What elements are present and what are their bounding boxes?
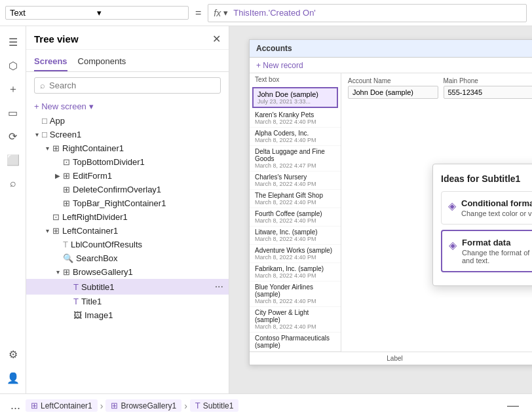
list-item[interactable]: The Elephant Gift ShopMarch 8, 2022 4:40… [250, 190, 341, 208]
idea-card-format[interactable]: ◈ Format data Change the format of dates… [441, 230, 532, 272]
property-select[interactable]: Text ▾ [5, 6, 189, 20]
property-select-value: Text [10, 8, 97, 18]
item-label-topbar-rightcontainer1: TopBar_RightContainer1 [73, 198, 229, 208]
list-item[interactable]: Delta Luggage and Fine GoodsMarch 8, 202… [250, 146, 341, 172]
tree-item-deleteconfirmoverlay1[interactable]: ⊞ DeleteConfirmOverlay1 [26, 183, 229, 196]
tree-item-topbottomdivider1[interactable]: ⊡ TopBottomDivider1 [26, 155, 229, 169]
account-name-value: John Doe (sample) [348, 86, 438, 99]
hamburger-icon[interactable]: ☰ [3, 31, 24, 52]
list-item[interactable]: Adventure Works (sample)March 8, 2022 4:… [250, 245, 341, 263]
list-item[interactable]: Charles's NurseryMarch 8, 2022 4:40 PM [250, 172, 341, 190]
new-screen-button[interactable]: + New screen ▾ [26, 99, 229, 114]
breadcrumb-subtitle1[interactable]: T Subtitle1 [190, 399, 239, 412]
main-phone-col: Main Phone 555-12345 [444, 77, 533, 103]
item-label-rightcontainer1: RightContainer1 [62, 143, 229, 153]
idea-card-conditional[interactable]: ◈ Conditional formatting Change text col… [441, 191, 532, 225]
list-item[interactable]: Alpha Coders, Inc.March 8, 2022 4:40 PM [250, 128, 341, 146]
subtitle1-bc-label: Subtitle1 [203, 401, 234, 410]
app-preview-header: Accounts [250, 40, 532, 58]
conditional-card-content: Conditional formatting Change text color… [461, 198, 532, 217]
layers-icon[interactable]: ⬡ [3, 55, 24, 76]
selected-list-item[interactable]: John Doe (sample) July 23, 2021 3:33... [252, 87, 338, 108]
leftcontainer1-icon: ⊞ [52, 226, 60, 236]
equals-symbol: = [193, 7, 204, 19]
tab-components[interactable]: Components [78, 54, 126, 71]
app-list: Text box John Doe (sample) July 23, 2021… [250, 73, 341, 352]
tree-item-browsegallery1[interactable]: ▾ ⊞ BrowseGallery1 [26, 265, 229, 279]
app-list-items: Karen's Kranky PetsMarch 8, 2022 4:40 PM… [250, 109, 341, 352]
breadcrumb-browsegallery1[interactable]: ⊞ BrowseGallery1 [105, 399, 181, 412]
add-icon[interactable]: ＋ [3, 79, 24, 100]
bottom-dots-button[interactable]: ... [5, 399, 26, 412]
item-label-browsegallery1: BrowseGallery1 [73, 267, 229, 277]
flow-icon[interactable]: ⟳ [3, 126, 24, 147]
list-item[interactable]: Blue Yonder Airlines (sample)March 8, 20… [250, 281, 341, 307]
list-item[interactable]: Litware, Inc. (sample)March 8, 2022 4:40… [250, 227, 341, 245]
search-input[interactable] [49, 81, 215, 90]
list-item[interactable]: City Power & Light (sample)March 8, 2022… [250, 307, 341, 333]
settings-icon[interactable]: ⚙ [3, 344, 24, 365]
tree-panel: Tree view ✕ Screens Components ⌕ + New s… [26, 26, 229, 393]
device-icon[interactable]: ▭ [3, 102, 24, 123]
formula-text: ThisItem.'Created On' [233, 8, 316, 18]
conditional-icon: ◈ [448, 200, 456, 212]
list-item[interactable]: Karen's Kranky PetsMarch 8, 2022 4:40 PM [250, 109, 341, 128]
list-item[interactable]: Fourth Coffee (sample)March 8, 2022 4:40… [250, 208, 341, 227]
bottom-bar: ... ⊞ LeftContainer1 › ⊞ BrowseGallery1 … [0, 393, 532, 417]
tree-item-editform1[interactable]: ▶ ⊞ EditForm1 [26, 169, 229, 183]
breadcrumb-leftcontainer1[interactable]: ⊞ LeftContainer1 [26, 399, 98, 412]
search-nav-icon[interactable]: ⌕ [3, 173, 24, 194]
item-label-leftcontainer1: LeftContainer1 [62, 226, 229, 236]
tree-search-container: ⌕ [34, 77, 221, 94]
tree-close-button[interactable]: ✕ [212, 33, 221, 45]
conditional-card-desc: Change text color or visibility of field… [461, 209, 532, 217]
tab-screens[interactable]: Screens [34, 54, 67, 71]
list-item[interactable]: Fabrikam, Inc. (sample)March 8, 2022 4:4… [250, 263, 341, 281]
tree-item-topbar-rightcontainer1[interactable]: ⊞ TopBar_RightContainer1 [26, 196, 229, 210]
tree-item-searchbox[interactable]: 🔍 SearchBox [26, 251, 229, 265]
item-label-image1: Image1 [85, 310, 229, 320]
item-label-searchbox: SearchBox [76, 253, 229, 263]
tree-item-title1[interactable]: T Title1 [26, 295, 229, 308]
selected-item-name: John Doe (sample) [257, 90, 333, 98]
formula-bar[interactable]: fx ▾ ThisItem.'Created On' [208, 4, 527, 22]
user-icon[interactable]: 👤 [3, 367, 24, 388]
list-item[interactable]: Contoso Pharmaceuticals (sample) [250, 333, 341, 352]
chevron-screen1: ▾ [31, 131, 42, 138]
tree-title: Tree view [34, 33, 79, 45]
item-label-title1: Title1 [81, 297, 229, 306]
lblcountofresults-icon: T [63, 240, 68, 249]
account-name-col: Account Name John Doe (sample) [348, 77, 438, 103]
tree-item-screen1[interactable]: ▾ □ Screen1 [26, 128, 229, 141]
ideas-header: Ideas for Subtitle1 ✕ [441, 172, 532, 185]
formula-dropdown-chevron[interactable]: ▾ [223, 8, 228, 18]
tree-item-rightcontainer1[interactable]: ▾ ⊞ RightContainer1 [26, 141, 229, 155]
variables-icon[interactable]: ⬜ [3, 149, 24, 170]
bottom-dash-button[interactable]: — [499, 399, 527, 412]
tree-item-image1[interactable]: 🖼 Image1 [26, 308, 229, 322]
tree-item-lblcountofresults[interactable]: T LblCountOfResults [26, 238, 229, 251]
item-label-subtitle1: Subtitle1 [81, 282, 210, 292]
subtitle1-more-button[interactable]: ··· [210, 281, 229, 293]
ideas-panel: Ideas for Subtitle1 ✕ ◈ Conditional form… [432, 164, 532, 286]
chevron-editform1: ▶ [52, 172, 63, 179]
tree-content: □ App ▾ □ Screen1 ▾ ⊞ RightContainer1 ⊡ … [26, 114, 229, 393]
rightcontainer1-icon: ⊞ [52, 143, 60, 153]
searchbox-icon: 🔍 [63, 253, 73, 263]
app-icon: □ [42, 116, 47, 126]
ideas-title: Ideas for Subtitle1 [441, 173, 520, 184]
tree-item-subtitle1[interactable]: T Subtitle1 ··· [26, 279, 229, 295]
tree-item-app[interactable]: □ App [26, 114, 229, 128]
new-record-button[interactable]: + New record [256, 61, 303, 70]
format-card-title: Format data [462, 238, 532, 247]
bottom-breadcrumb: ⊞ LeftContainer1 › ⊞ BrowseGallery1 › T … [26, 399, 238, 412]
browsegallery1-icon: ⊞ [63, 267, 70, 277]
breadcrumb-arrow-2: › [184, 401, 187, 411]
main-phone-value: 555-12345 [444, 86, 533, 99]
tree-item-leftcontainer1[interactable]: ▾ ⊞ LeftContainer1 [26, 224, 229, 238]
subtitle1-icon: T [73, 282, 79, 292]
tree-item-leftrightdivider1[interactable]: ⊡ LeftRightDivider1 [26, 210, 229, 224]
chevron-leftcontainer1: ▾ [42, 227, 52, 234]
item-label-leftrightdivider1: LeftRightDivider1 [62, 212, 229, 222]
property-select-chevron: ▾ [97, 8, 184, 18]
